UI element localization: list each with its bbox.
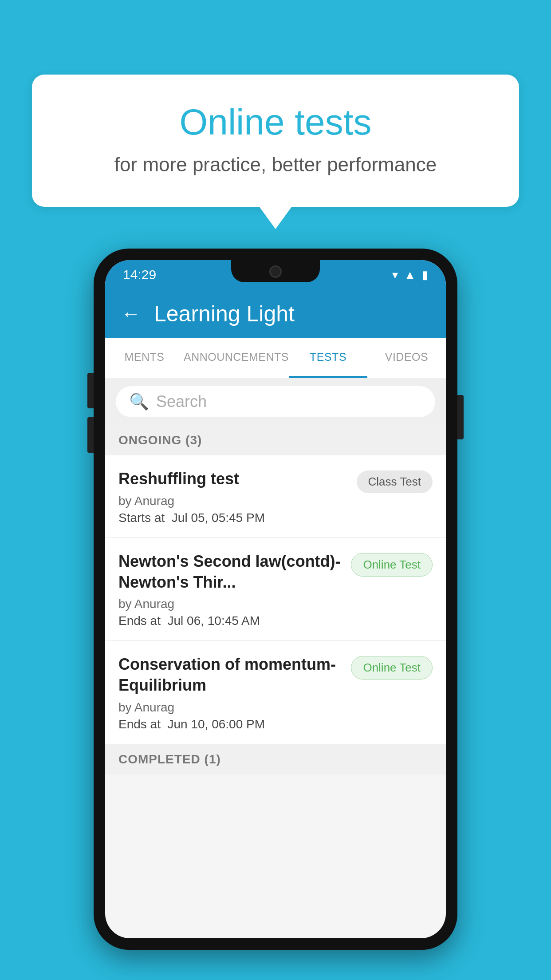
test-badge-1: Class Test [357, 470, 433, 493]
test-date-1: Starts at Jul 05, 05:45 PM [118, 511, 350, 525]
test-by-3: by Anurag [118, 700, 344, 715]
status-icons: ▾ ▲ ▮ [392, 268, 428, 282]
test-info-2: Newton's Second law(contd)-Newton's Thir… [118, 551, 344, 628]
vol-down-button [87, 417, 94, 453]
test-badge-3: Online Test [351, 656, 433, 680]
test-date-2: Ends at Jul 06, 10:45 AM [118, 614, 344, 628]
bubble-subtitle: for more practice, better performance [67, 154, 484, 176]
phone-container: 14:29 ▾ ▲ ▮ ← Learning Light MENTS ANNOU… [94, 249, 457, 950]
test-date-value-2: Jul 06, 10:45 AM [168, 614, 260, 628]
test-date-value-1: Jul 05, 05:45 PM [172, 511, 265, 525]
test-name-3: Conservation of momentum-Equilibrium [118, 654, 344, 696]
test-item[interactable]: Newton's Second law(contd)-Newton's Thir… [105, 538, 446, 641]
test-date-label-1: Starts at [118, 511, 165, 525]
test-item[interactable]: Reshuffling test by Anurag Starts at Jul… [105, 455, 446, 538]
camera [269, 265, 282, 278]
power-button [457, 395, 464, 439]
signal-icon: ▲ [404, 268, 416, 282]
test-name-1: Reshuffling test [118, 469, 350, 490]
phone-frame: 14:29 ▾ ▲ ▮ ← Learning Light MENTS ANNOU… [94, 249, 457, 950]
status-time: 14:29 [123, 267, 156, 282]
wifi-icon: ▾ [392, 268, 398, 282]
test-badge-2: Online Test [351, 553, 433, 577]
tab-announcements[interactable]: ANNOUNCEMENTS [184, 338, 289, 378]
test-name-2: Newton's Second law(contd)-Newton's Thir… [118, 551, 344, 593]
back-button[interactable]: ← [121, 303, 141, 325]
test-date-label-2: Ends at [118, 614, 161, 628]
test-by-2: by Anurag [118, 597, 344, 611]
search-box[interactable]: 🔍 Search [116, 386, 435, 417]
ongoing-title: ONGOING (3) [118, 433, 202, 447]
completed-title: COMPLETED (1) [118, 752, 221, 766]
battery-icon: ▮ [422, 268, 428, 282]
tab-tests[interactable]: TESTS [289, 338, 367, 378]
bubble-title: Online tests [67, 101, 484, 143]
test-date-3: Ends at Jun 10, 06:00 PM [118, 717, 344, 731]
search-container: 🔍 Search [105, 378, 446, 425]
phone-notch [231, 260, 320, 282]
test-item[interactable]: Conservation of momentum-Equilibrium by … [105, 641, 446, 744]
test-date-label-3: Ends at [118, 717, 161, 731]
speech-bubble: Online tests for more practice, better p… [32, 75, 519, 207]
search-icon: 🔍 [129, 392, 149, 411]
vol-up-button [87, 373, 94, 408]
tab-videos[interactable]: VIDEOS [367, 338, 446, 378]
test-info-1: Reshuffling test by Anurag Starts at Jul… [118, 469, 350, 525]
tab-ments[interactable]: MENTS [105, 338, 184, 378]
test-info-3: Conservation of momentum-Equilibrium by … [118, 654, 344, 731]
app-header: ← Learning Light [105, 289, 446, 338]
test-by-1: by Anurag [118, 494, 350, 508]
phone-screen: 14:29 ▾ ▲ ▮ ← Learning Light MENTS ANNOU… [105, 260, 446, 938]
ongoing-section-header: ONGOING (3) [105, 425, 446, 455]
test-list: Reshuffling test by Anurag Starts at Jul… [105, 455, 446, 744]
completed-section-header: COMPLETED (1) [105, 744, 446, 775]
search-placeholder: Search [156, 392, 207, 411]
app-title: Learning Light [154, 301, 295, 327]
tabs-container: MENTS ANNOUNCEMENTS TESTS VIDEOS [105, 338, 446, 378]
test-date-value-3: Jun 10, 06:00 PM [168, 717, 265, 731]
